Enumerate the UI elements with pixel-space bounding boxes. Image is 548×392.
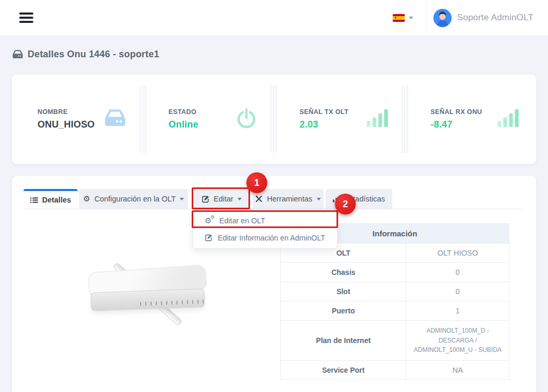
signal-bars-icon	[367, 109, 389, 129]
tab-label: Herramientas	[267, 195, 312, 203]
chevron-down-icon	[317, 198, 321, 200]
tab-label: Configuración en la OLT	[94, 195, 176, 203]
row-value: 1	[406, 301, 509, 321]
stat-senal-tx: SEÑAL TX OLT 2.03	[274, 74, 405, 164]
table-row: Chasis 0	[281, 263, 509, 282]
hdd-icon	[104, 108, 127, 130]
chevron-down-icon	[409, 17, 413, 19]
user-name: Soporte AdminOLT	[457, 12, 533, 23]
avatar	[433, 9, 452, 27]
row-label: Chasis	[281, 263, 406, 282]
gear-icon: ⚙	[83, 195, 90, 203]
onu-status-card: NOMBRE ONU_HIOSO ESTADO Online	[12, 74, 536, 164]
stat-label: SEÑAL RX ONU	[431, 108, 482, 116]
stat-label: SEÑAL TX OLT	[300, 108, 348, 116]
table-row: Slot 0	[281, 282, 509, 301]
stat-estado: ESTADO Online	[143, 74, 275, 164]
top-navbar: Soporte AdminOLT	[0, 0, 548, 35]
page-title-text: Detalles Onu 1446 - soporte1	[28, 49, 159, 60]
row-value: 0	[406, 263, 509, 282]
row-label: Service Port	[281, 360, 406, 380]
tab-label: Detalles	[42, 196, 71, 204]
stat-label: ESTADO	[169, 108, 198, 116]
row-value: 0	[406, 282, 509, 301]
stat-label: NOMBRE	[38, 108, 95, 116]
page-title: Detalles Onu 1446 - soporte1	[12, 49, 159, 60]
menu-item-label: Editar Información en AdminOLT	[218, 234, 325, 242]
stat-value: -8.47	[431, 119, 482, 130]
signal-bars-icon	[497, 109, 519, 129]
list-icon	[30, 197, 38, 204]
row-value: ADMINOLT_100M_D - DESCARGA / ADMINOLT_10…	[406, 321, 509, 361]
annotation-step-badge-1: 1	[246, 172, 267, 193]
power-icon	[235, 107, 257, 131]
app-root: Soporte AdminOLT Detalles Onu 1446 - sop…	[0, 0, 548, 392]
table-row: Service Port NA	[281, 360, 509, 380]
row-label: Puerto	[281, 301, 406, 321]
onu-device-icon	[12, 49, 23, 59]
row-value: NA	[406, 360, 509, 380]
row-value: OLT HIOSO	[406, 244, 509, 263]
stat-value: ONU_HIOSO	[38, 119, 95, 130]
table-row: Puerto 1	[281, 301, 509, 321]
edit-icon	[205, 234, 213, 242]
tab-herramientas[interactable]: Herramientas	[253, 189, 323, 209]
user-menu[interactable]: Soporte AdminOLT	[426, 0, 548, 35]
language-dropdown[interactable]	[380, 14, 426, 22]
spain-flag-icon	[393, 14, 405, 22]
stat-value: Online	[169, 119, 198, 130]
tools-icon	[255, 195, 263, 203]
tab-detalles[interactable]: Detalles	[23, 189, 78, 209]
annotation-step-badge-2: 2	[335, 194, 356, 214]
tab-configuracion-olt[interactable]: ⚙ Configuración en la OLT	[79, 189, 188, 209]
menu-toggle-icon[interactable]	[19, 12, 33, 23]
stat-senal-rx: SEÑAL RX ONU -8.47	[405, 74, 537, 164]
details-card: Detalles ⚙ Configuración en la OLT Edita…	[12, 176, 536, 392]
row-label: Plan de Internet	[281, 321, 406, 361]
annotation-box-editar	[192, 187, 250, 209]
menu-item-editar-informacion[interactable]: Editar Información en AdminOLT	[193, 229, 337, 246]
annotation-box-editar-en-olt	[192, 210, 338, 228]
chevron-down-icon	[180, 198, 184, 200]
table-row: Plan de Internet ADMINOLT_100M_D - DESCA…	[281, 321, 509, 361]
stat-value: 2.03	[300, 119, 348, 130]
stat-nombre: NOMBRE ONU_HIOSO	[12, 74, 143, 164]
row-label: Slot	[281, 282, 406, 301]
